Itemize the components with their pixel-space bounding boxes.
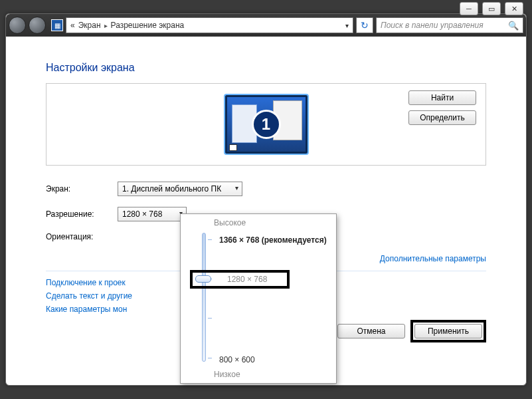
forward-button[interactable] bbox=[29, 17, 46, 34]
orientation-label: Ориентация: bbox=[46, 232, 118, 241]
cancel-button[interactable]: Отмена bbox=[337, 324, 405, 338]
monitor-preview-panel: 1 Найти Определить bbox=[46, 83, 486, 166]
display-value: 1. Дисплей мобильного ПК bbox=[122, 184, 221, 194]
chevron-right-icon: ▸ bbox=[104, 22, 108, 29]
breadcrumb-item-resolution[interactable]: Разрешение экрана bbox=[111, 21, 185, 30]
slider-option-min: 800 × 600 bbox=[219, 355, 255, 364]
minimize-button[interactable]: ─ bbox=[460, 2, 478, 15]
resolution-value: 1280 × 768 bbox=[122, 209, 162, 219]
navbar: ▦ « Экран ▸ Разрешение экрана ▾ ↻ Поиск … bbox=[6, 14, 526, 37]
refresh-button[interactable]: ↻ bbox=[356, 17, 373, 33]
slider-tick bbox=[208, 358, 212, 358]
advanced-parameters-link[interactable]: Дополнительные параметры bbox=[380, 254, 486, 263]
connect-projector-link[interactable]: Подключение к проек bbox=[46, 278, 126, 287]
back-button[interactable] bbox=[9, 17, 26, 34]
maximize-button[interactable]: ▭ bbox=[482, 2, 501, 15]
breadcrumb-dropdown-icon[interactable]: ▾ bbox=[345, 22, 349, 29]
apply-highlight: Применить bbox=[410, 320, 486, 342]
display-combobox[interactable]: 1. Дисплей мобильного ПК bbox=[118, 182, 242, 196]
slider-tick bbox=[208, 318, 212, 319]
display-label: Экран: bbox=[46, 184, 118, 194]
search-icon[interactable]: 🔍 bbox=[508, 21, 519, 31]
breadcrumb[interactable]: « Экран ▸ Разрешение экрана ▾ bbox=[66, 17, 353, 33]
window: ─ ▭ ✕ ▦ « Экран ▸ Разрешение экрана ▾ ↻ … bbox=[5, 13, 527, 386]
resolution-slider-dropdown: Высокое 1366 × 768 (рекомендуется) 1280 … bbox=[180, 213, 337, 384]
breadcrumb-prefix: « bbox=[70, 21, 75, 30]
slider-thumb[interactable] bbox=[195, 275, 211, 283]
slider-track[interactable] bbox=[202, 233, 206, 362]
slider-option-recommended: 1366 × 768 (рекомендуется) bbox=[219, 235, 327, 245]
apply-button[interactable]: Применить bbox=[414, 324, 482, 338]
breadcrumb-item-screen[interactable]: Экран bbox=[78, 21, 101, 30]
resolution-label: Разрешение: bbox=[46, 209, 118, 219]
resolution-combobox[interactable]: 1280 × 768 bbox=[118, 207, 187, 221]
slider-label-high: Высокое bbox=[214, 218, 246, 227]
slider-label-low: Низкое bbox=[214, 370, 240, 379]
slider-tick bbox=[208, 239, 212, 240]
find-button[interactable]: Найти bbox=[408, 90, 476, 105]
search-placeholder: Поиск в панели управления bbox=[381, 21, 484, 30]
monitor-thumbnail[interactable]: 1 bbox=[224, 94, 309, 155]
page-title: Настройки экрана bbox=[46, 62, 486, 74]
close-button[interactable]: ✕ bbox=[505, 2, 523, 15]
search-input[interactable]: Поиск в панели управления 🔍 bbox=[376, 17, 523, 33]
detect-button[interactable]: Определить bbox=[408, 110, 476, 125]
window-controls: ─ ▭ ✕ bbox=[460, 2, 523, 15]
monitor-number-badge: 1 bbox=[252, 110, 281, 139]
control-panel-icon: ▦ bbox=[51, 19, 63, 31]
slider-option-current: 1280 × 768 bbox=[227, 275, 267, 284]
dialog-buttons: Отмена Применить bbox=[312, 320, 486, 342]
